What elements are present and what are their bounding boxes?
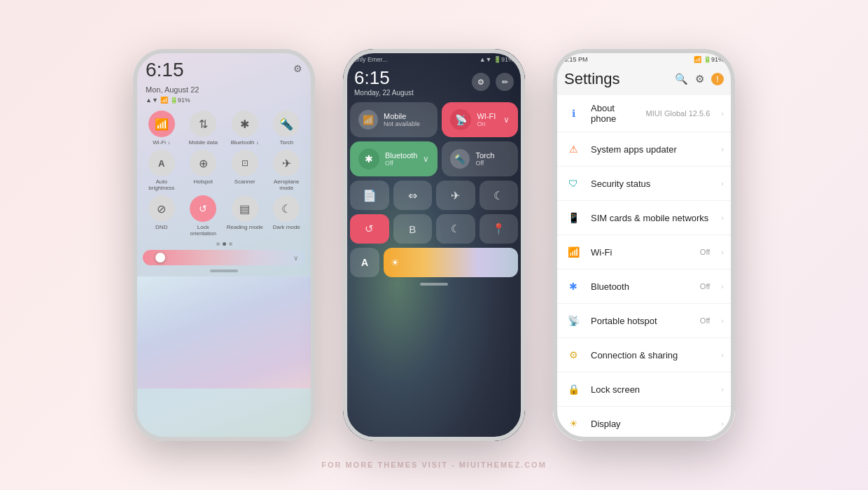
phone2-header-icons: ⚙ ✏ <box>472 73 514 91</box>
settings-item-lockscreen[interactable]: 🔒 Lock screen › <box>553 372 735 407</box>
phone-2: only Emer... ▲▼ 🔋91% 6:15 Monday, 22 Aug… <box>343 49 525 441</box>
brightness-expand-icon: ∨ <box>293 254 298 262</box>
brightness-sun-icon: ☀ <box>391 257 400 268</box>
sharing-chevron: › <box>721 351 724 359</box>
cc-rotate-btn[interactable]: ↺ <box>350 214 389 244</box>
cc-tile-bluetooth[interactable]: ✱ Bluetooth Off ∨ <box>350 141 438 176</box>
phone2-status-right: ▲▼ 🔋91% <box>479 56 514 63</box>
sharing-settings-name: Connection & sharing <box>591 350 713 360</box>
cc-airplane-btn[interactable]: ✈ <box>436 181 475 210</box>
toggle-torch[interactable]: 🔦 Torch <box>268 111 306 146</box>
cc-text-size-btn[interactable]: A <box>350 248 379 277</box>
cc-brightness-slider[interactable]: ☀ <box>384 248 518 277</box>
phone2-edit-icon[interactable]: ✏ <box>496 73 514 91</box>
sim-name: SIM cards & mobile networks <box>591 213 713 223</box>
bt-settings-icon: ✱ <box>564 277 582 295</box>
settings-item-updater[interactable]: ⚠ System apps updater › <box>553 132 735 167</box>
settings-item-hotspot[interactable]: 📡 Portable hotspot Off › <box>553 304 735 338</box>
phone1-date: Mon, August 22 <box>133 85 315 94</box>
cc-location-btn[interactable]: 📍 <box>479 214 519 244</box>
wifi-settings-name: Wi-Fi <box>591 247 692 258</box>
toggle-scanner[interactable]: ⊡ Scanner <box>226 150 264 191</box>
bt-settings-value: Off <box>700 282 710 290</box>
torch-cc-icon: 🔦 <box>450 149 470 169</box>
settings-item-sharing[interactable]: ⚙ Connection & sharing › <box>553 338 735 372</box>
phone-1: 6:15 ⚙ Mon, August 22 ▲▼ 📶 🔋91% 📶 Wi-Fi … <box>133 49 315 441</box>
phone1-gear[interactable]: ⚙ <box>293 63 302 74</box>
settings-item-display[interactable]: ☀ Display › <box>553 407 735 441</box>
toggle-orientation[interactable]: ↺ Lock orientation <box>185 195 223 237</box>
settings-search-icon[interactable]: 🔍 <box>675 73 688 85</box>
toggle-bluetooth[interactable]: ✱ Bluetooth ↓ <box>226 111 264 146</box>
bluetooth-cc-icon: ✱ <box>358 148 379 169</box>
display-settings-icon: ☀ <box>564 414 582 433</box>
hotspot-settings-name: Portable hotspot <box>591 316 692 326</box>
toggle-mobile[interactable]: ⇅ Mobile data <box>185 111 223 146</box>
settings-notification-badge[interactable]: ! <box>711 73 724 85</box>
cc-battery-btn[interactable]: B <box>393 214 433 244</box>
settings-list: ℹ About phone MIUI Global 12.5.6 › ⚠ Sys… <box>553 95 735 441</box>
cc-tile-torch[interactable]: 🔦 Torch Off <box>442 141 518 176</box>
settings-item-about[interactable]: ℹ About phone MIUI Global 12.5.6 › <box>553 95 735 132</box>
cc-bt-sub: Off <box>385 160 417 167</box>
cc-dark-mode-btn[interactable]: ☾ <box>436 214 475 244</box>
settings-item-wifi[interactable]: 📶 Wi-Fi Off › <box>553 235 735 270</box>
phone2-header: 6:15 Monday, 22 August ⚙ ✏ <box>343 66 525 102</box>
brightness-thumb <box>155 253 165 262</box>
orientation-label: Lock orientation <box>185 224 223 237</box>
orientation-icon: ↺ <box>190 195 216 222</box>
settings-item-bt[interactable]: ✱ Bluetooth Off › <box>553 270 735 304</box>
phone1-signal: ▲▼ 📶 🔋91% <box>133 97 315 104</box>
dnd-icon: ⊘ <box>148 195 175 222</box>
sim-icon: 📱 <box>564 209 582 227</box>
wifi-expand-icon: ∨ <box>503 115 510 125</box>
toggle-dark[interactable]: ☾ Dark mode <box>268 195 306 237</box>
brightness-bar[interactable]: ∨ <box>143 250 305 265</box>
toggle-auto-brightness[interactable]: A Auto brightness <box>143 150 181 191</box>
cc-tile-mobile[interactable]: 📶 Mobile Not available <box>350 102 438 137</box>
dark-icon: ☾ <box>273 195 300 222</box>
reading-icon: ▤ <box>232 195 258 222</box>
about-icon: ℹ <box>564 104 582 122</box>
phone2-date: Monday, 22 August <box>354 89 414 97</box>
phone1-time: 6:15 <box>146 60 184 80</box>
scanner-icon: ⊡ <box>232 150 258 176</box>
toggle-dnd[interactable]: ⊘ DND <box>143 195 181 237</box>
torch-label: Torch <box>279 139 293 146</box>
phone-2-screen: only Emer... ▲▼ 🔋91% 6:15 Monday, 22 Aug… <box>343 49 525 441</box>
dot-3 <box>229 242 232 246</box>
settings-gear-icon[interactable]: ⚙ <box>695 73 704 85</box>
bt-chevron: › <box>721 282 724 290</box>
phone2-settings-icon[interactable]: ⚙ <box>472 73 490 91</box>
scanner-label: Scanner <box>234 178 255 185</box>
toggle-reading[interactable]: ▤ Reading mode <box>226 195 264 237</box>
toggle-wifi[interactable]: 📶 Wi-Fi ↓ <box>143 111 181 146</box>
cc-bt-name: Bluetooth <box>385 151 417 160</box>
auto-brightness-label: Auto brightness <box>143 178 181 191</box>
bluetooth-label: Bluetooth ↓ <box>231 139 259 146</box>
sharing-settings-icon: ⚙ <box>564 346 582 364</box>
security-name: Security status <box>591 178 713 189</box>
cc-tile-wifi[interactable]: 📡 WI-FI On ∨ <box>442 102 518 137</box>
toggle-aeroplane[interactable]: ✈ Aeroplane mode <box>268 150 306 191</box>
torch-icon: 🔦 <box>273 111 300 137</box>
cc-torch-sub: Off <box>475 160 510 167</box>
cc-small-row-1: 📄 ⇔ ✈ ☾ <box>343 181 525 210</box>
phone3-status-time: 6:15 PM <box>564 56 588 63</box>
settings-item-sim[interactable]: 📱 SIM cards & mobile networks › <box>553 201 735 235</box>
settings-header-icons: 🔍 ⚙ ! <box>675 73 724 85</box>
phone2-home-bar <box>343 283 525 286</box>
wifi-cc-icon: 📡 <box>450 109 471 130</box>
toggle-hotspot[interactable]: ⊕ Hotspot <box>185 150 223 191</box>
about-chevron: › <box>721 109 724 118</box>
cc-scan-btn[interactable]: 📄 <box>350 181 389 210</box>
aeroplane-icon: ✈ <box>273 150 300 176</box>
cc-transfer-btn[interactable]: ⇔ <box>393 181 433 210</box>
mobile-label: Mobile data <box>189 139 218 146</box>
phone2-time-date: 6:15 Monday, 22 August <box>354 67 414 97</box>
cc-night-btn[interactable]: ☾ <box>479 181 519 210</box>
phone3-status-bar: 6:15 PM 📶 🔋91% <box>553 49 735 67</box>
settings-item-security[interactable]: 🛡 Security status › <box>553 167 735 201</box>
display-chevron: › <box>721 419 724 428</box>
mobile-data-icon: 📶 <box>358 110 378 130</box>
